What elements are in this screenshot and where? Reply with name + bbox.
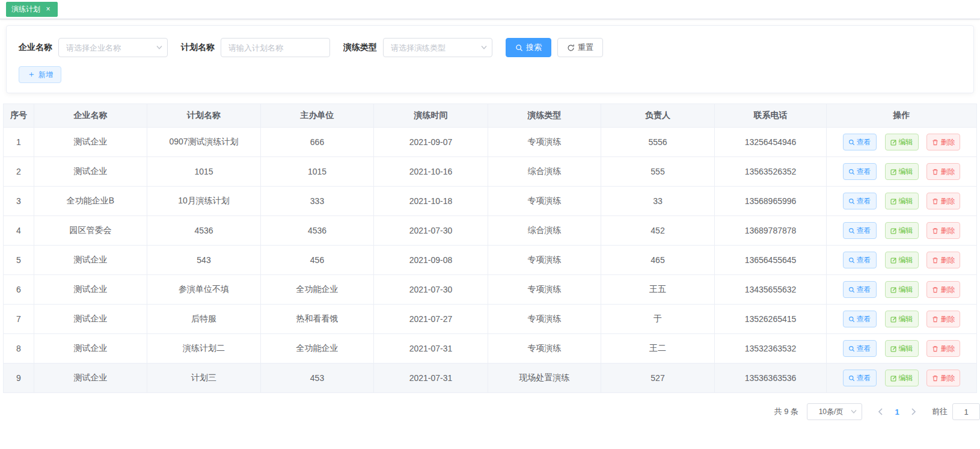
- view-button-label: 查看: [857, 137, 871, 147]
- cell-host: 333: [261, 187, 374, 216]
- page-size-select[interactable]: [807, 403, 862, 420]
- delete-button[interactable]: 删除: [926, 222, 960, 239]
- cell-enterprise: 全功能企业B: [34, 187, 147, 216]
- enterprise-name-select-input[interactable]: [58, 38, 168, 57]
- page-size-select-input[interactable]: [807, 403, 862, 420]
- cell-plan: 1015: [147, 157, 261, 187]
- search-button[interactable]: 搜索: [506, 38, 551, 57]
- edit-button[interactable]: 编辑: [885, 252, 919, 268]
- view-button[interactable]: 查看: [843, 193, 877, 209]
- col-header-type: 演练类型: [488, 104, 601, 128]
- delete-button[interactable]: 删除: [926, 340, 960, 357]
- edit-button-label: 编辑: [899, 196, 913, 206]
- edit-icon: [890, 375, 897, 382]
- edit-icon: [890, 198, 897, 205]
- cell-enterprise: 园区管委会: [34, 216, 147, 246]
- goto-page-label: 前往: [932, 406, 948, 417]
- reset-button[interactable]: 重置: [557, 38, 603, 57]
- view-button[interactable]: 查看: [843, 370, 877, 386]
- edit-icon: [890, 139, 897, 146]
- magnifier-icon: [848, 257, 855, 264]
- exercise-type-label: 演练类型: [343, 42, 377, 53]
- cell-leader: 555: [601, 157, 715, 187]
- cell-time: 2021-07-30: [374, 216, 488, 246]
- edit-button[interactable]: 编辑: [885, 134, 919, 150]
- edit-button[interactable]: 编辑: [885, 311, 919, 327]
- view-button[interactable]: 查看: [843, 222, 877, 239]
- col-header-phone: 联系电话: [715, 104, 827, 128]
- enterprise-name-select[interactable]: [58, 38, 168, 57]
- plan-name-input[interactable]: [221, 38, 330, 57]
- col-header-leader: 负责人: [601, 104, 715, 128]
- table-row: 6 测试企业 参演单位不填 全功能企业 2021-07-30 专项演练 王五 1…: [4, 275, 977, 305]
- cell-host: 全功能企业: [261, 334, 374, 364]
- delete-button[interactable]: 删除: [926, 163, 960, 180]
- close-icon[interactable]: ×: [44, 5, 52, 14]
- exercise-type-select[interactable]: [383, 38, 492, 57]
- prev-page-button[interactable]: [872, 408, 889, 415]
- edit-icon: [890, 345, 897, 352]
- cell-type: 专项演练: [488, 128, 601, 157]
- view-button-label: 查看: [857, 226, 871, 236]
- cell-actions: 查看 编辑 删除: [827, 128, 977, 157]
- cell-actions: 查看 编辑 删除: [827, 305, 977, 334]
- view-button[interactable]: 查看: [843, 340, 877, 357]
- edit-button-label: 编辑: [899, 344, 913, 354]
- table-row: 9 测试企业 计划三 453 2021-07-31 现场处置演练 527 135…: [4, 364, 977, 393]
- cell-host: 4536: [261, 216, 374, 246]
- cell-time: 2021-10-18: [374, 187, 488, 216]
- view-button[interactable]: 查看: [843, 252, 877, 268]
- edit-button-label: 编辑: [899, 285, 913, 295]
- tab-label: 演练计划: [11, 4, 40, 14]
- delete-button[interactable]: 删除: [926, 252, 960, 268]
- chevron-right-icon: [911, 408, 916, 415]
- edit-icon: [890, 169, 897, 175]
- delete-button[interactable]: 删除: [926, 370, 960, 386]
- delete-button[interactable]: 删除: [926, 281, 960, 298]
- delete-button[interactable]: 删除: [926, 134, 960, 150]
- cell-phone: 13532363532: [715, 334, 827, 364]
- plan-name-field[interactable]: [221, 38, 330, 57]
- next-page-button[interactable]: [905, 408, 922, 415]
- cell-leader: 5556: [601, 128, 715, 157]
- cell-phone: 13563526352: [715, 157, 827, 187]
- add-button-label: 新增: [38, 70, 53, 80]
- page-number-1[interactable]: 1: [889, 407, 905, 416]
- tab-exercise-plan[interactable]: 演练计划 ×: [6, 2, 58, 17]
- view-button[interactable]: 查看: [843, 163, 877, 180]
- view-button[interactable]: 查看: [843, 281, 877, 298]
- delete-button[interactable]: 删除: [926, 311, 960, 327]
- cell-plan: 后特服: [147, 305, 261, 334]
- cell-enterprise: 测试企业: [34, 275, 147, 305]
- cell-no: 5: [4, 246, 34, 275]
- edit-button[interactable]: 编辑: [885, 340, 919, 357]
- cell-plan: 计划三: [147, 364, 261, 393]
- view-button[interactable]: 查看: [843, 311, 877, 327]
- magnifier-icon: [848, 228, 855, 234]
- delete-button-label: 删除: [940, 314, 955, 324]
- edit-button[interactable]: 编辑: [885, 281, 919, 298]
- view-button-label: 查看: [857, 373, 871, 383]
- trash-icon: [932, 345, 939, 352]
- delete-button-label: 删除: [940, 344, 955, 354]
- trash-icon: [932, 228, 939, 234]
- table-row: 1 测试企业 0907测试演练计划 666 2021-09-07 专项演练 55…: [4, 128, 977, 157]
- edit-button[interactable]: 编辑: [885, 370, 919, 386]
- cell-time: 2021-09-08: [374, 246, 488, 275]
- edit-button[interactable]: 编辑: [885, 163, 919, 180]
- cell-phone: 13536363536: [715, 364, 827, 393]
- delete-button[interactable]: 删除: [926, 193, 960, 209]
- view-button[interactable]: 查看: [843, 134, 877, 150]
- cell-leader: 452: [601, 216, 715, 246]
- edit-button[interactable]: 编辑: [885, 222, 919, 239]
- plans-table: 序号 企业名称 计划名称 主办单位 演练时间 演练类型 负责人 联系电话 操作 …: [3, 104, 977, 393]
- cell-phone: 13689787878: [715, 216, 827, 246]
- add-button[interactable]: ＋ 新增: [19, 66, 61, 83]
- goto-page-input[interactable]: [952, 403, 980, 420]
- exercise-type-select-input[interactable]: [383, 38, 492, 57]
- edit-button[interactable]: 编辑: [885, 193, 919, 209]
- cell-leader: 527: [601, 364, 715, 393]
- magnifier-icon: [848, 345, 855, 352]
- cell-phone: 13656455645: [715, 246, 827, 275]
- cell-plan: 参演单位不填: [147, 275, 261, 305]
